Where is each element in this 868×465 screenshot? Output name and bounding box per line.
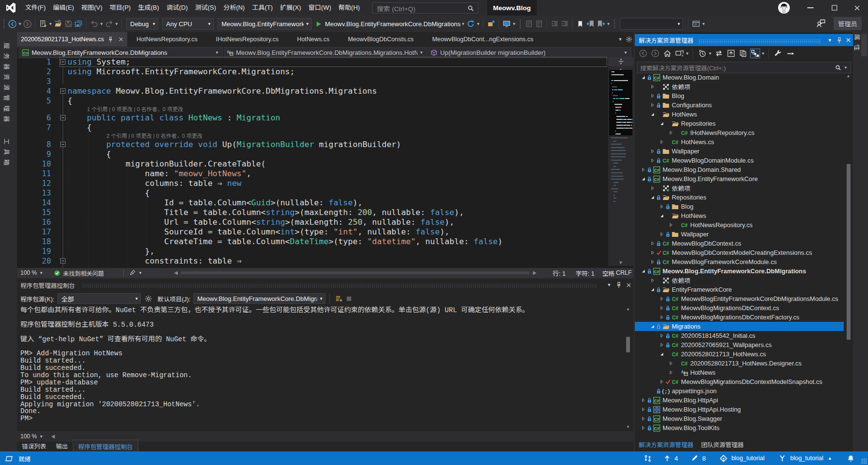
document-tab[interactable]: MeowvBlogDbConsts.cs [339,32,423,47]
codelens-indicator[interactable]: 1 个引用 | 0 项更改 | 0 名作者，0 项更改 [87,106,183,113]
close-panel-icon[interactable] [624,282,633,288]
expand-arrow[interactable] [659,306,665,310]
tree-item[interactable]: Meowv.Blog.EntityFrameworkCore [635,174,844,183]
tree-item[interactable]: 依赖项 [635,183,844,193]
home-button[interactable] [662,49,672,58]
tree-scrollbar-thumb[interactable] [847,164,851,340]
menu-测试(S)[interactable]: 测试(S) [191,0,220,16]
tree-item[interactable]: HotNews [635,368,844,377]
tree-item[interactable]: 依赖项 [635,276,844,285]
collapse-arrow[interactable] [649,324,656,329]
preview-selected-items-dropdown[interactable]: ▼ [761,51,766,56]
close-tab-icon[interactable] [118,36,124,43]
expand-arrow[interactable] [649,278,656,282]
expand-arrow[interactable] [668,223,674,227]
switch-views-button[interactable] [674,49,684,58]
tree-item[interactable]: 20200528021713_HotNews.cs [635,349,844,359]
fold-toggle[interactable] [60,88,66,94]
scroll-down-arrow[interactable]: ▼ [625,425,631,429]
tree-item[interactable]: Repositories [635,193,844,202]
pending-edits-count[interactable]: 8 [702,455,706,462]
code-editor[interactable]: 1using System;2using Microsoft.EntityFra… [17,57,633,268]
search-options-dropdown[interactable]: ▼ [844,66,851,70]
expand-arrow[interactable] [640,426,647,430]
forward-button[interactable] [650,49,660,58]
collapse-arrow[interactable] [649,287,656,292]
collapse-arrow[interactable] [640,269,647,273]
document-tab[interactable]: 20200528021713_HotNews.cs [17,32,127,47]
toolbar-grip[interactable] [519,19,521,29]
expand-arrow[interactable] [640,407,647,412]
expand-arrow[interactable] [640,416,647,421]
undo-button[interactable] [89,19,99,29]
next-bookmark-button[interactable] [596,19,605,29]
tool-window-tab-0[interactable]: 服务器资源管理器 [2,43,12,126]
redo-dropdown[interactable]: ▼ [114,19,119,29]
user-avatar[interactable] [778,2,790,14]
maximize-button[interactable] [823,0,846,16]
redo-button[interactable] [104,19,114,29]
preview-changes-dropdown[interactable]: ▼ [511,19,516,29]
tree-item[interactable]: Configurations [635,100,844,110]
scroll-left-arrow[interactable]: ◀ [174,270,178,276]
menu-视图(V)[interactable]: 视图(V) [78,0,106,16]
stop-button[interactable] [344,294,354,303]
tree-item[interactable]: IHotNewsRepository.cs [635,128,844,137]
navbar-segment-2[interactable]: Up(MigrationBuilder migrationBuilder)▼ [428,47,631,58]
editor-zoom-dropdown[interactable]: 100 %▼ [17,269,45,276]
pending-changes-filter-button[interactable] [697,49,707,58]
scroll-up-arrow[interactable]: ▲ [625,307,631,311]
solution-platform-dropdown[interactable]: Any CPU▼ [162,18,214,30]
se-tab-团队资源管理器[interactable]: 团队资源管理器 [698,438,748,451]
git-outgoing-commits[interactable] [664,455,670,462]
window-list-button[interactable] [691,19,700,29]
tree-item[interactable]: 20200518145542_Initial.cs [635,331,844,340]
pending-changes-filter-dropdown[interactable]: ▼ [708,51,713,56]
tree-item[interactable]: MeowvBlogMigrationsDbContext.cs [635,303,844,313]
collapse-arrow[interactable] [649,112,656,116]
tree-item[interactable]: Meowv.Blog.Swagger [635,414,844,423]
pin-tab-icon[interactable] [107,36,114,43]
toggle-bookmark-button[interactable] [576,19,585,29]
se-tab-解决方案资源管理器[interactable]: 解决方案资源管理器 [635,438,698,451]
expand-arrow[interactable] [659,140,665,144]
menu-扩展(X)[interactable]: 扩展(X) [276,0,305,16]
window-position-dropdown[interactable]: ▼ [825,38,834,43]
collapse-button[interactable] [785,49,795,58]
collapse-arrow[interactable] [659,214,665,218]
expand-arrow[interactable] [640,167,647,172]
tree-item[interactable]: MeowvBlogDomainModule.cs [635,156,844,165]
tree-item[interactable]: Meowv.Blog.Domain.Shared [635,165,844,174]
expand-arrow[interactable] [649,84,656,89]
tree-item[interactable]: 20200527065921_Wallpapers.cs [635,340,844,349]
expand-arrow[interactable] [668,370,674,375]
start-debugging-button[interactable]: Meowv.Blog.EntityFrameworkCore.DbMigrati… [316,20,460,28]
panel-tab-输出[interactable]: 输出 [51,440,73,452]
navigate-back-dropdown[interactable]: ▼ [17,19,22,29]
collapse-all-button[interactable] [726,49,736,58]
sync-with-active-document-button[interactable] [714,49,724,58]
new-project-dropdown[interactable]: ▼ [48,19,53,29]
expand-arrow[interactable] [649,103,656,107]
comment-button[interactable] [524,19,533,29]
startup-project-dropdown[interactable]: Meowv.Blog.EntityFrameworkCo▼ [218,18,312,30]
navbar-segment-1[interactable]: Meowv.Blog.EntityFrameworkCore.DbMigrati… [224,47,427,58]
tree-item[interactable]: Meowv.Blog.HttpApi [635,396,844,405]
scroll-right-arrow[interactable]: ▶ [532,270,537,276]
solution-explorer-search-box[interactable]: 搜索解决方案资源管理器(Ctrl+;) ▼ [637,62,851,73]
toolbar-grip[interactable] [613,19,615,29]
collapse-arrow[interactable] [659,352,665,356]
document-health-indicator[interactable]: 未找到相关问题 [54,269,104,277]
tree-item[interactable]: Wallpaper [635,230,844,239]
tree-item[interactable]: MeowvBlogDbContextModelCreatingExtension… [635,248,844,257]
tool-window-tab-1[interactable]: 工具箱 [2,138,12,170]
console-vertical-scrollbar[interactable]: ▲ ▼ [625,307,631,429]
menu-调试(D)[interactable]: 调试(D) [163,0,191,16]
open-file-button[interactable] [53,19,63,29]
notifications-bell-icon[interactable] [847,455,854,462]
expand-arrow[interactable] [649,250,656,255]
new-project-button[interactable] [38,19,48,29]
undo-dropdown[interactable]: ▼ [99,19,104,29]
tree-item[interactable]: Repositories [635,119,844,128]
switch-views-dropdown[interactable]: ▼ [685,51,690,56]
